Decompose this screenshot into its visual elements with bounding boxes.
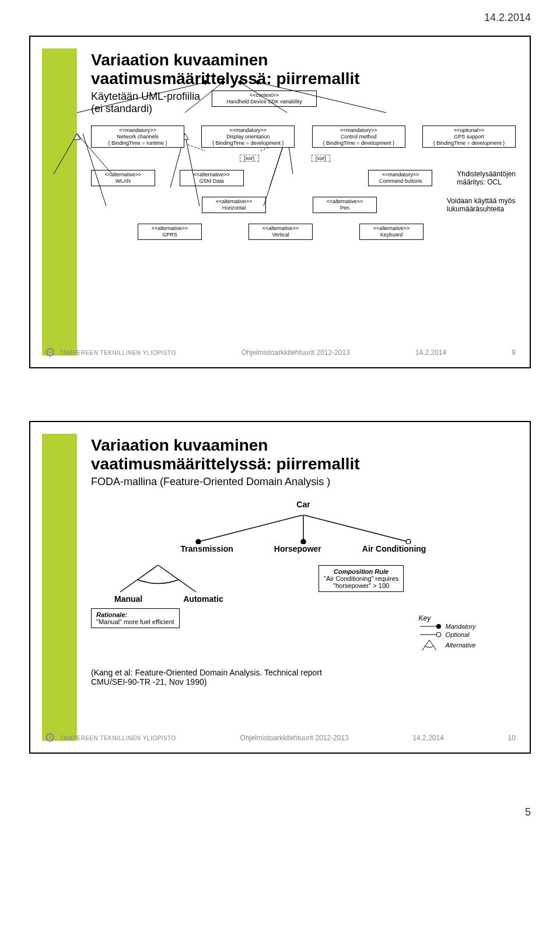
uml-context-box: <<context>> Handheld Device SDK variabil… [212, 90, 317, 107]
subfeature-automatic: Automatic [183, 594, 223, 604]
footer-date: 14.2.2014 [415, 349, 446, 357]
footer-course: Ohjelmistoarkkitehtuurit 2012-2013 [242, 349, 350, 357]
uml-box-pen: <<alternative>> Pen [313, 197, 377, 213]
feature-ac: Air Conditioning [362, 544, 426, 553]
uml-box-keyboard: <<alternative>> Keyboard [359, 224, 424, 240]
uml-box-wlan: <<alternative>> WLAN [91, 170, 155, 186]
uml-box-network: <<mandatory>> Network channels { Binding… [91, 126, 184, 148]
page-header-date: 14.2.2014 [29, 12, 531, 24]
uml-box-gsm: <<alternative>> GSM Data [180, 170, 244, 186]
slide2-subtitle: FODA-mallina (Feature-Oriented Domain An… [91, 476, 516, 488]
slide-2: Variaation kuvaaminen vaatimusmäärittely… [29, 421, 531, 754]
svg-line-34 [429, 640, 436, 650]
uml-box-horizontal: <<alternative>> Horizontal [202, 197, 266, 213]
footer-page: 10 [508, 734, 516, 742]
accent-bar [42, 434, 77, 741]
svg-line-33 [422, 640, 429, 650]
optional-icon [419, 631, 442, 639]
footer-logo: ⚙ TAMPEREEN TEKNILLINEN YLIOPISTO [44, 730, 176, 746]
uml-box-gps: <<optional>> GPS support { BindingTime =… [422, 126, 516, 148]
svg-line-21 [198, 515, 303, 542]
composition-rule-box: Composition Rule "Air Conditioning" requ… [318, 565, 404, 592]
key-legend: Key Mandatory Optional [419, 614, 476, 652]
note-ocl: Yhdistelysääntöjen määritys: OCL [457, 170, 516, 186]
slide1-subtitle: Käytetään UML-profiilia (ei standardi) [91, 90, 200, 115]
footer-course: Ohjelmistoarkkitehtuurit 2012-2013 [240, 734, 349, 742]
svg-point-24 [196, 539, 201, 544]
uml-box-display: <<mandatory>> Display orientation { Bind… [201, 126, 295, 148]
gear-icon: ⚙ [44, 730, 57, 746]
xor-label-1: {xor} [240, 155, 259, 162]
footer-logo: ⚙ TAMPEREEN TEKNILLINEN YLIOPISTO [44, 345, 176, 360]
svg-line-28 [158, 565, 196, 592]
note-count: Voidaan käyttää myös lukumääräsuhteita [447, 197, 515, 213]
uml-box-vertical: <<alternative>> Vertical [249, 224, 313, 240]
slide1-title-l1: Variaation kuvaaminen [91, 51, 268, 69]
slide2-title-l2: vaatimusmäärittelyssä: piirremallit [91, 455, 360, 473]
feature-transmission: Transmission [181, 544, 233, 553]
footer-date: 14.2.2014 [412, 734, 443, 742]
svg-point-25 [301, 539, 306, 544]
svg-point-32 [436, 632, 441, 637]
page-number: 5 [29, 806, 531, 818]
svg-line-23 [303, 515, 408, 542]
gear-icon: ⚙ [44, 345, 57, 360]
svg-point-30 [436, 624, 441, 629]
foda-car: Car [91, 500, 516, 509]
uml-box-control: <<mandatory>> Control method { BindingTi… [312, 126, 405, 148]
slide1-title-l2: vaatimusmäärittelyssä: piirremallit [91, 69, 360, 88]
foda-top-lines [117, 515, 490, 544]
xor-label-2: {xor} [312, 155, 331, 162]
uml-box-gprs: <<alternative>> GPRS [138, 224, 202, 240]
svg-line-27 [120, 565, 158, 592]
alternative-icon [419, 639, 442, 652]
uml-box-cmd: <<mandatory>> Command buttons [368, 170, 432, 186]
svg-point-26 [406, 539, 411, 544]
subfeature-manual: Manual [114, 594, 142, 604]
mandatory-icon [419, 622, 442, 631]
accent-bar [42, 48, 77, 356]
feature-horsepower: Horsepower [274, 544, 321, 553]
foda-alt-lines [91, 565, 225, 594]
slide2-title-l1: Variaation kuvaaminen [91, 436, 268, 454]
reference-text: (Kang et al: Feature-Oriented Domain Ana… [91, 668, 516, 687]
slide-1: Variaation kuvaaminen vaatimusmäärittely… [29, 36, 531, 368]
footer-page: 9 [512, 349, 516, 357]
rationale-box: Rationale: "Manual" more fuel efficient [91, 608, 180, 628]
